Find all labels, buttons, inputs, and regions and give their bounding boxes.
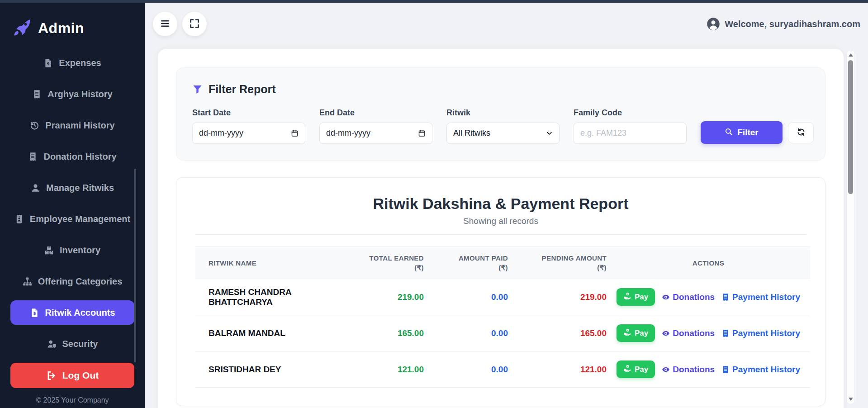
sidebar-item-manage-ritwiks[interactable]: Manage Ritwiks (10, 176, 134, 200)
payment-history-link-label: Payment History (732, 292, 800, 302)
filter-actions: Filter (701, 121, 814, 144)
pay-icon: $ (623, 292, 631, 302)
payment-history-link[interactable]: Payment History (721, 292, 800, 302)
pay-icon: $ (623, 365, 631, 375)
hamburger-icon (160, 18, 171, 30)
ritwik-field: RitwikAll Ritwiks (446, 108, 560, 144)
boxes-icon (44, 246, 54, 255)
payment-history-link-label: Payment History (732, 365, 800, 375)
filter-section-title: Filter Report (176, 68, 825, 96)
sidebar-item-label: Arghya History (47, 89, 112, 100)
expand-icon (189, 18, 200, 30)
family-code-field: Family Code (574, 108, 687, 144)
topbar: Welcome, suryadihashram.com (145, 3, 868, 45)
receipt-icon (32, 90, 42, 99)
calendar-icon (418, 129, 426, 137)
start-date-input[interactable]: dd-mm-yyyy (192, 123, 305, 144)
file-invoice-dollar-icon: $ (30, 308, 39, 318)
donations-link[interactable]: Donations (662, 292, 715, 302)
column-header-ritwik-name: RITWIK NAME (195, 247, 344, 279)
eye-icon (662, 293, 670, 301)
sidebar-item-label: Security (62, 339, 98, 349)
sidebar-item-expenses[interactable]: $Expenses (10, 51, 134, 75)
total-earned-value: 165.00 (344, 315, 424, 351)
start-date-field: Start Datedd-mm-yyyy (192, 108, 305, 144)
pay-icon: $ (623, 328, 631, 338)
pay-button-label: Pay (635, 329, 648, 338)
ritwik-name: SRISTIDHAR DEY (195, 351, 344, 388)
start-date-value: dd-mm-yyyy (199, 128, 243, 138)
sidebar-item-label: Inventory (60, 245, 100, 256)
logout-icon (46, 370, 57, 381)
scroll-down-arrow[interactable] (849, 398, 853, 401)
page-scrollbar-thumb[interactable] (848, 60, 853, 194)
sidebar-item-label: Expenses (59, 58, 101, 68)
report-card: Ritwik Dakshina & Payment Report Showing… (176, 177, 825, 406)
ritwik-select[interactable]: All Ritwiks (446, 123, 560, 144)
search-icon (725, 128, 733, 138)
page-scrollbar[interactable] (846, 50, 855, 404)
payment-history-link[interactable]: Payment History (721, 365, 800, 375)
report-subtitle: Showing all records (176, 216, 825, 226)
ritwik-name: RAMESH CHANDRA BHATTCHARYA (195, 279, 344, 315)
app-title: Admin (38, 20, 84, 37)
sidebar-item-security[interactable]: Security (10, 332, 134, 356)
filter-title-text: Filter Report (209, 83, 276, 96)
pay-button[interactable]: $Pay (617, 324, 655, 342)
sidebar-item-employee-management[interactable]: Employee Management (10, 207, 134, 231)
column-header-total-earned: TOTAL EARNED(₹) (344, 247, 424, 279)
sidebar-item-label: Offering Categories (38, 276, 123, 287)
sidebar-item-arghya-history[interactable]: Arghya History (10, 82, 134, 106)
logout-button[interactable]: Log Out (10, 363, 134, 388)
end-date-value: dd-mm-yyyy (326, 128, 370, 138)
pay-button-label: Pay (635, 293, 648, 302)
pending-amount-value: 165.00 (508, 315, 607, 351)
top-strip (0, 0, 868, 3)
menu-toggle-button[interactable] (153, 12, 177, 36)
sidebar-item-inventory[interactable]: Inventory (10, 238, 134, 262)
pay-button[interactable]: $Pay (617, 361, 655, 378)
refresh-button[interactable] (788, 122, 814, 143)
divider (195, 234, 806, 235)
actions-cell: $PayDonationsPayment History (607, 279, 810, 315)
sidebar-item-pranami-history[interactable]: Pranami History (10, 113, 134, 138)
end-date-field: End Datedd-mm-yyyy (319, 108, 432, 144)
amount-paid-value: 0.00 (424, 351, 508, 388)
table-row: RAMESH CHANDRA BHATTCHARYA219.000.00219.… (195, 279, 810, 315)
fullscreen-button[interactable] (182, 12, 207, 36)
sidebar-item-offering-categories[interactable]: Offering Categories (10, 269, 134, 294)
report-title: Ritwik Dakshina & Payment Report (176, 195, 825, 213)
sidebar-item-label: Employee Management (30, 214, 130, 224)
sidebar-scrollbar-thumb[interactable] (134, 169, 136, 362)
column-header-amount-paid: AMOUNT PAID(₹) (424, 247, 508, 279)
sidebar-item-label: Manage Ritwiks (46, 183, 114, 193)
column-header-pending-amount: PENDING AMOUNT(₹) (508, 247, 607, 279)
pending-amount-value: 121.00 (508, 351, 607, 388)
pay-button[interactable]: $Pay (617, 288, 655, 306)
family-code-input[interactable] (574, 123, 687, 144)
funnel-icon (192, 84, 203, 95)
end-date-input[interactable]: dd-mm-yyyy (319, 123, 432, 144)
sitemap-icon (23, 277, 32, 286)
history-icon (30, 121, 39, 130)
svg-text:$: $ (47, 61, 50, 66)
filter-fields: Start Datedd-mm-yyyyEnd Datedd-mm-yyyyRi… (176, 96, 825, 144)
scroll-up-arrow[interactable] (849, 53, 853, 57)
eye-icon (662, 365, 670, 374)
end-date-label: End Date (319, 108, 432, 118)
payment-history-link[interactable]: Payment History (721, 328, 800, 338)
sidebar: Admin $ExpensesArghya HistoryPranami His… (0, 3, 145, 408)
ritwik-label: Ritwik (446, 108, 560, 118)
filter-button-label: Filter (737, 128, 758, 138)
user-shield-icon (47, 339, 57, 349)
donations-link[interactable]: Donations (662, 328, 715, 338)
donations-link-label: Donations (673, 365, 715, 375)
start-date-label: Start Date (192, 108, 305, 118)
sidebar-item-ritwik-accounts[interactable]: $Ritwik Accounts (10, 300, 134, 325)
total-earned-value: 121.00 (344, 351, 424, 388)
file-invoice-dollar-icon: $ (43, 58, 53, 68)
donations-link[interactable]: Donations (662, 365, 715, 375)
sidebar-item-donation-history[interactable]: Donation History (10, 144, 134, 169)
filter-button[interactable]: Filter (701, 121, 783, 144)
actions-cell: $PayDonationsPayment History (607, 351, 810, 388)
